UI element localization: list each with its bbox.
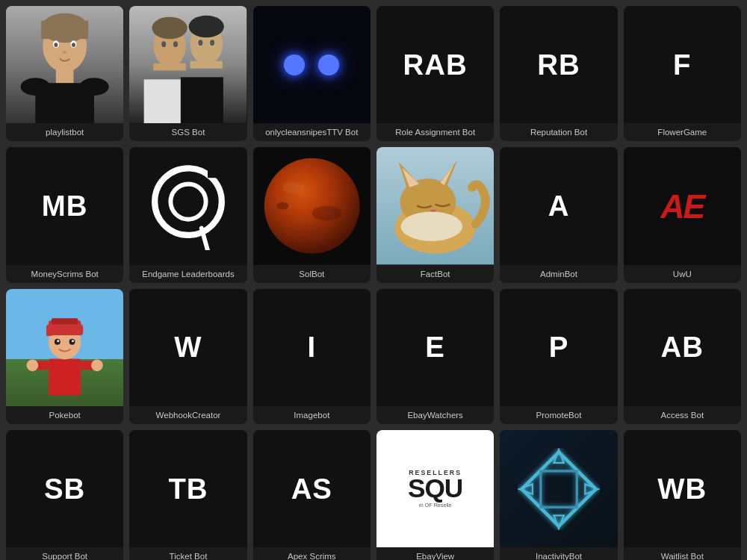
svg-rect-62 [541, 470, 577, 506]
svg-point-13 [63, 51, 67, 54]
bot-image-role-assignment: RAB [376, 6, 494, 123]
bot-card-waitlistbot[interactable]: WBWaitlist Bot [624, 430, 741, 560]
svg-point-23 [162, 41, 167, 47]
bot-image-pokebot [6, 289, 123, 406]
svg-rect-5 [41, 21, 88, 40]
bot-label-moneyscrims: MoneyScrims Bot [6, 265, 123, 283]
bot-card-role-assignment[interactable]: RABRole Assignment Bot [376, 6, 494, 141]
bot-label-waitlistbot: Waitlist Bot [624, 547, 741, 560]
bot-image-ticketbot: TB [129, 430, 247, 547]
bot-initials-role-assignment: RAB [403, 49, 468, 81]
bot-card-supportbot[interactable]: SBSupport Bot [6, 430, 123, 560]
bot-card-webhookcreator[interactable]: WWebhookCreator [129, 289, 247, 424]
bot-card-sgs-bot[interactable]: SGS Bot [129, 6, 247, 141]
svg-point-55 [57, 340, 59, 342]
bot-image-adminbot: A [500, 147, 617, 264]
bot-initials-moneyscrims: MB [42, 190, 88, 223]
svg-point-36 [276, 202, 288, 210]
bot-initials-ticketbot: TB [168, 473, 208, 505]
svg-point-34 [311, 206, 341, 221]
bot-card-promotebot[interactable]: PPromoteBot [500, 289, 617, 424]
bot-label-playlistbot: playlistbot [6, 123, 123, 141]
svg-rect-3 [56, 69, 74, 84]
bot-card-ebaywatchers[interactable]: EEbayWatchers [376, 289, 494, 424]
bot-label-ebayview: EbayView [376, 547, 494, 560]
bot-label-pokebot: Pokebot [6, 406, 123, 424]
bot-label-adminbot: AdminBot [500, 265, 617, 283]
bot-image-imagebot: I [253, 289, 371, 406]
bot-image-moneyscrims: MB [6, 147, 123, 264]
bot-card-accessbot[interactable]: ABAccess Bot [624, 289, 741, 424]
svg-point-25 [199, 40, 203, 46]
bot-image-sgs-bot [129, 6, 247, 123]
bot-card-ticketbot[interactable]: TBTicket Bot [129, 430, 247, 560]
bot-initials-imagebot: I [307, 331, 316, 364]
bot-image-factbot [376, 147, 494, 264]
bot-label-promotebot: PromoteBot [500, 406, 617, 424]
bot-initials-supportbot: SB [44, 473, 85, 505]
bot-image-reputation: RB [500, 6, 617, 123]
bot-card-imagebot[interactable]: IImagebot [253, 289, 371, 424]
bot-image-endgame [129, 147, 247, 264]
svg-rect-28 [208, 167, 226, 178]
bot-card-apexscrims[interactable]: ASApex Scrims [253, 430, 371, 560]
bot-initials-reputation: RB [537, 49, 580, 81]
bot-card-solbot[interactable]: SolBot [253, 147, 371, 282]
svg-point-21 [189, 16, 224, 37]
bot-image-ebaywatchers: E [376, 289, 494, 406]
bot-image-solbot [253, 147, 371, 264]
bot-label-ticketbot: Ticket Bot [129, 547, 247, 560]
bot-card-uwu[interactable]: AEUwU [624, 147, 741, 282]
bot-image-playlistbot [6, 6, 123, 123]
bot-card-reputation[interactable]: RBReputation Bot [500, 6, 617, 141]
svg-point-56 [72, 340, 74, 342]
bot-image-webhookcreator: W [129, 289, 247, 406]
svg-point-45 [400, 212, 462, 241]
bot-grid: playlistbot [0, 0, 747, 560]
bot-image-flowergame: F [624, 6, 741, 123]
bot-card-endgame[interactable]: Endgame Leaderboards [129, 147, 247, 282]
bot-image-ebayview: RESELLERS SQU m OF Reselle [376, 430, 494, 547]
svg-point-8 [79, 78, 108, 96]
bot-label-inactivitybot: InactivityBot [500, 547, 617, 560]
bot-initials-webhookcreator: W [174, 331, 202, 364]
bot-image-onlycleansnipes [253, 6, 371, 123]
bot-card-adminbot[interactable]: AAdminBot [500, 147, 617, 282]
bot-label-flowergame: FlowerGame [624, 123, 741, 141]
bot-card-pokebot[interactable]: Pokebot [6, 289, 123, 424]
bot-image-accessbot: AB [624, 289, 741, 406]
bot-card-inactivitybot[interactable]: InactivityBot [500, 430, 617, 560]
bot-label-role-assignment: Role Assignment Bot [376, 123, 494, 141]
bot-label-factbot: FactBot [376, 265, 494, 283]
bot-label-ebaywatchers: EbayWatchers [376, 406, 494, 424]
bot-card-ebayview[interactable]: RESELLERS SQU m OF Reselle EbayView [376, 430, 494, 560]
bot-label-endgame: Endgame Leaderboards [129, 265, 247, 283]
bot-label-reputation: Reputation Bot [500, 123, 617, 141]
bot-image-promotebot: P [500, 289, 617, 406]
bot-label-apexscrims: Apex Scrims [253, 547, 371, 560]
svg-rect-16 [154, 63, 186, 71]
bot-card-flowergame[interactable]: FFlowerGame [624, 6, 741, 141]
bot-initials-waitlistbot: WB [657, 473, 707, 505]
svg-point-60 [91, 359, 103, 371]
bot-card-moneyscrims[interactable]: MBMoneyScrims Bot [6, 147, 123, 282]
bot-card-onlycleansnipes[interactable]: onlycleansnipesTTV Bot [253, 6, 371, 141]
bot-label-accessbot: Access Bot [624, 406, 741, 424]
bot-label-sgs-bot: SGS Bot [129, 123, 247, 141]
bot-initials-ebaywatchers: E [425, 331, 445, 364]
bot-initials-flowergame: F [673, 49, 691, 81]
bot-label-webhookcreator: WebhookCreator [129, 406, 247, 424]
svg-point-24 [173, 41, 178, 47]
bot-label-onlycleansnipes: onlycleansnipesTTV Bot [253, 123, 371, 141]
bot-initials-accessbot: AB [661, 331, 704, 364]
ae-logo-uwu: AE [660, 187, 704, 225]
svg-rect-47 [49, 358, 81, 395]
bot-image-inactivitybot [500, 430, 617, 547]
svg-point-29 [170, 184, 205, 220]
svg-point-27 [155, 168, 222, 235]
svg-rect-18 [144, 79, 185, 123]
bot-image-apexscrims: AS [253, 430, 371, 547]
bot-card-factbot[interactable]: FactBot [376, 147, 494, 282]
bot-card-playlistbot[interactable]: playlistbot [6, 6, 123, 141]
svg-rect-22 [181, 77, 223, 123]
